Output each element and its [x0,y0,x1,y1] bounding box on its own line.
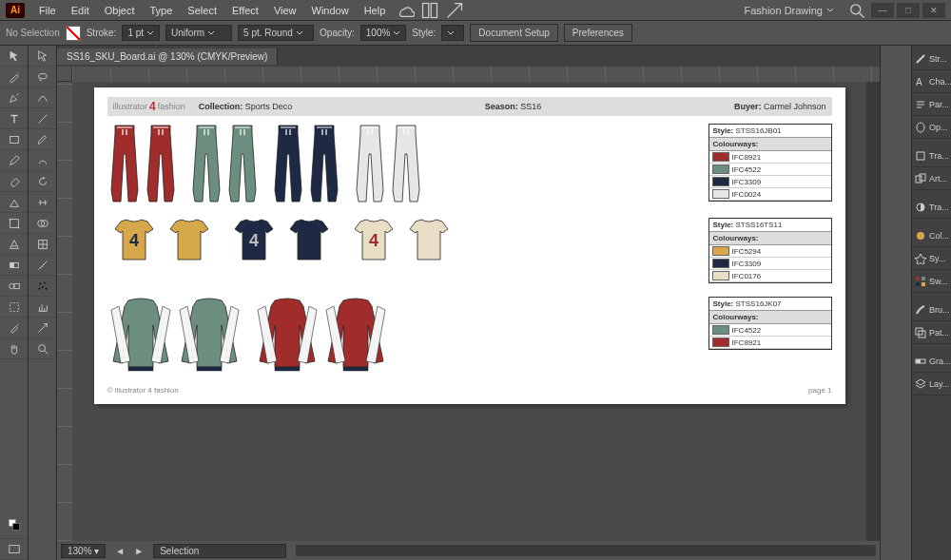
pen-tool[interactable] [0,87,28,108]
chevron-down-icon [447,29,455,37]
perspective-tool[interactable] [0,234,28,255]
nav-next-icon[interactable]: ► [134,546,144,556]
stroke-label: Stroke: [87,28,117,38]
blend-tool[interactable] [0,276,28,297]
svg-rect-36 [916,277,920,280]
panel-transparency[interactable]: Tra... [912,196,951,219]
panel-artboards[interactable]: Art... [912,167,951,190]
svg-point-30 [917,123,924,132]
hand-tool[interactable] [0,338,28,359]
window-close[interactable]: ✕ [922,3,945,18]
shaper-tool[interactable] [29,150,56,171]
menu-edit[interactable]: Edit [65,3,96,18]
shape-builder-tool[interactable] [29,213,56,234]
direct-selection-tool[interactable] [29,46,56,67]
eyedropper-tool[interactable] [0,318,28,338]
menu-select[interactable]: Select [181,3,223,18]
menu-type[interactable]: Type [144,3,180,18]
svg-point-23 [45,287,47,289]
symbol-sprayer-tool[interactable] [29,276,56,297]
graph-tool[interactable] [29,297,56,318]
svg-point-2 [851,4,861,13]
panel-gradient[interactable]: Gra... [912,350,951,373]
panel-symbols[interactable]: Sy... [912,247,951,270]
panel-transform[interactable]: Tra... [912,145,951,167]
curvature-tool[interactable] [29,87,56,108]
svg-rect-0 [423,3,429,17]
svg-rect-39 [922,282,925,286]
brush-select[interactable]: 5 pt. Round [238,25,314,41]
rectangle-tool[interactable] [0,129,28,150]
rotate-tool[interactable] [29,171,56,192]
ruler-vertical[interactable] [57,82,72,541]
share-icon[interactable] [445,3,464,18]
document-tab[interactable]: SS16_SKU_Board.ai @ 130% (CMYK/Preview) [57,48,278,65]
eraser-tool[interactable] [0,171,28,192]
panel-swatches[interactable]: Sw... [912,270,951,293]
svg-rect-33 [920,174,925,181]
menu-object[interactable]: Object [98,3,142,18]
menu-file[interactable]: File [32,3,63,18]
nav-prev-icon[interactable]: ◄ [115,546,125,556]
screen-mode-button[interactable] [0,539,28,560]
svg-point-10 [9,283,13,288]
opacity-input[interactable]: 100% [360,25,407,41]
fill-swatch[interactable] [66,26,81,41]
panel-opentype[interactable]: Op... [912,116,951,139]
free-transform-tool[interactable] [0,213,28,234]
search-icon[interactable] [847,3,866,18]
ruler-horizontal[interactable] [57,67,880,82]
panel-pathfinder[interactable]: Pat... [912,321,951,344]
chevron-down-icon [393,29,400,37]
magic-wand-tool[interactable] [0,67,28,87]
stroke-weight-input[interactable]: 1 pt [122,25,160,41]
zoom-input[interactable]: 130% ▾ [61,544,106,558]
panel-color[interactable]: Col... [912,224,951,247]
tshirt-back-navy [282,218,336,265]
panel-brushes[interactable]: Bru... [912,299,951,321]
arrange-icon[interactable] [420,3,439,18]
jacket-front-red [254,297,320,373]
menu-effect[interactable]: Effect [225,3,265,18]
pants-back-grey [389,124,423,204]
fill-stroke-swatches[interactable] [0,511,28,539]
menu-help[interactable]: Help [358,3,393,18]
document-setup-button[interactable]: Document Setup [470,24,558,42]
preferences-button[interactable]: Preferences [564,24,632,42]
sku-row: 4 4 4 Style: STSS16TS11 Colourways: IFC5… [107,218,832,283]
measure-tool[interactable] [29,255,56,276]
paintbrush-tool[interactable] [29,129,56,150]
svg-rect-14 [12,523,19,530]
mesh-tool[interactable] [29,234,56,255]
right-panel-collapsed[interactable] [880,46,911,560]
tshirt-back-cream [402,218,456,265]
line-tool[interactable] [29,108,56,129]
menu-window[interactable]: Window [305,3,356,18]
artboard-tool[interactable] [0,297,28,318]
pencil-tool[interactable] [0,150,28,171]
tshirt-front-gold: 4 [107,218,161,265]
graphic-style-select[interactable] [441,25,464,41]
workspace-switcher[interactable]: Fashion Drawing [734,3,844,18]
slice-tool[interactable] [29,318,56,338]
width-tool[interactable] [29,192,56,213]
type-tool[interactable] [0,108,28,129]
cloud-icon[interactable] [396,3,415,18]
selection-tool[interactable] [0,46,28,67]
lasso-tool[interactable] [29,67,56,87]
panel-layers[interactable]: Lay... [912,373,951,396]
window-maximize[interactable]: □ [897,3,920,18]
gradient-tool[interactable] [0,255,28,276]
menu-view[interactable]: View [267,3,303,18]
zoom-tool[interactable] [29,338,56,359]
panel-stroke[interactable]: Str... [912,48,951,70]
horizontal-scrollbar[interactable] [296,545,876,556]
canvas[interactable]: illustrator4fashion Collection: Sports D… [72,82,866,541]
vertical-scrollbar[interactable] [866,82,880,541]
panel-paragraph[interactable]: Par... [912,93,951,116]
stroke-profile-select[interactable]: Uniform [165,25,232,41]
window-minimize[interactable]: — [871,3,894,18]
scale-tool[interactable] [0,192,28,213]
style-info-box: Style: STSS16JB01 Colourways: IFC8921 IF… [708,124,832,202]
panel-character[interactable]: ACha... [912,70,951,93]
